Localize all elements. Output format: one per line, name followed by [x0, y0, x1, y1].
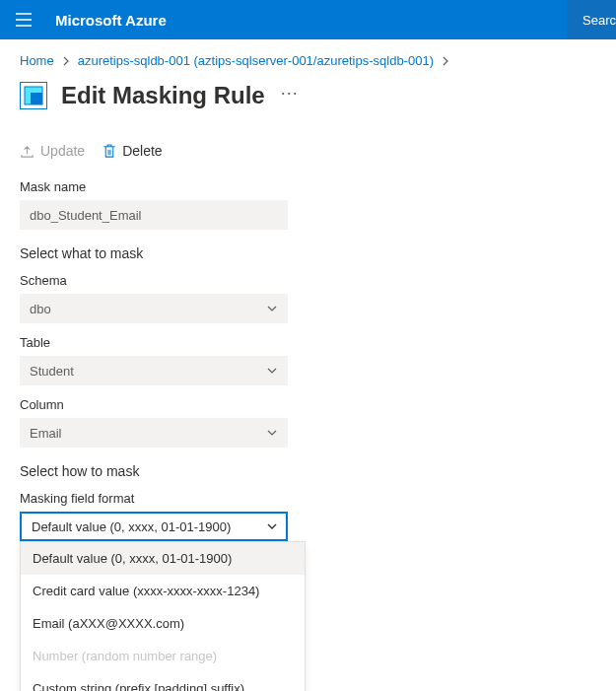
mask-name-label: Mask name	[20, 179, 596, 194]
column-value: Email	[30, 426, 62, 441]
brand-label: Microsoft Azure	[47, 12, 167, 29]
option-email[interactable]: Email (aXXX@XXXX.com)	[21, 607, 305, 640]
upload-icon	[20, 144, 34, 159]
column-label: Column	[20, 397, 596, 412]
mask-name-input: dbo_Student_Email	[20, 200, 288, 230]
chevron-right-icon	[442, 56, 449, 66]
more-button[interactable]: ···	[281, 83, 299, 109]
resource-icon	[20, 82, 47, 109]
command-bar: Update Delete	[0, 115, 616, 170]
chevron-down-icon	[266, 520, 278, 532]
page-header: Edit Masking Rule ···	[0, 74, 616, 115]
masking-format-select[interactable]: Default value (0, xxxx, 01-01-1900)	[20, 512, 288, 541]
option-custom[interactable]: Custom string (prefix [padding] suffix)	[21, 672, 305, 691]
table-label: Table	[20, 335, 596, 350]
menu-button[interactable]	[0, 0, 47, 39]
column-select: Email	[20, 418, 288, 448]
chevron-down-icon	[266, 303, 278, 314]
delete-button[interactable]: Delete	[103, 143, 162, 159]
chevron-down-icon	[266, 427, 278, 439]
search-label: Search	[582, 13, 616, 28]
masking-format-label: Masking field format	[20, 491, 596, 506]
schema-label: Schema	[20, 273, 596, 288]
page-title: Edit Masking Rule	[61, 82, 265, 109]
option-creditcard[interactable]: Credit card value (xxxx-xxxx-xxxx-1234)	[21, 575, 305, 607]
masking-format-field: Masking field format Default value (0, x…	[0, 481, 616, 543]
hamburger-icon	[16, 13, 32, 27]
chevron-down-icon	[266, 365, 278, 377]
select-what-label: Select what to mask	[0, 232, 616, 263]
chevron-right-icon	[62, 56, 70, 66]
table-field: Table Student	[0, 325, 616, 387]
option-default[interactable]: Default value (0, xxxx, 01-01-1900)	[21, 542, 305, 575]
select-how-label: Select how to mask	[0, 449, 616, 481]
breadcrumb-home[interactable]: Home	[20, 53, 54, 68]
trash-icon	[103, 144, 116, 159]
update-button: Update	[20, 143, 85, 159]
svg-rect-3	[25, 87, 31, 104]
table-value: Student	[30, 364, 74, 379]
table-select: Student	[20, 356, 288, 385]
delete-label: Delete	[122, 143, 162, 159]
top-bar: Microsoft Azure Search	[0, 0, 616, 39]
schema-field: Schema dbo	[0, 263, 616, 325]
option-number: Number (random number range)	[21, 640, 305, 672]
masking-format-value: Default value (0, xxxx, 01-01-1900)	[32, 519, 231, 534]
schema-value: dbo	[30, 302, 51, 316]
column-field: Column Email	[0, 387, 616, 449]
update-label: Update	[40, 143, 85, 159]
breadcrumb-resource[interactable]: azuretips-sqldb-001 (aztips-sqlserver-00…	[78, 53, 434, 68]
schema-select: dbo	[20, 294, 288, 323]
masking-format-dropdown: Default value (0, xxxx, 01-01-1900) Cred…	[20, 541, 306, 691]
search-box[interactable]: Search	[567, 0, 616, 39]
mask-name-field: Mask name dbo_Student_Email	[0, 170, 616, 232]
breadcrumb: Home azuretips-sqldb-001 (aztips-sqlserv…	[0, 39, 616, 74]
